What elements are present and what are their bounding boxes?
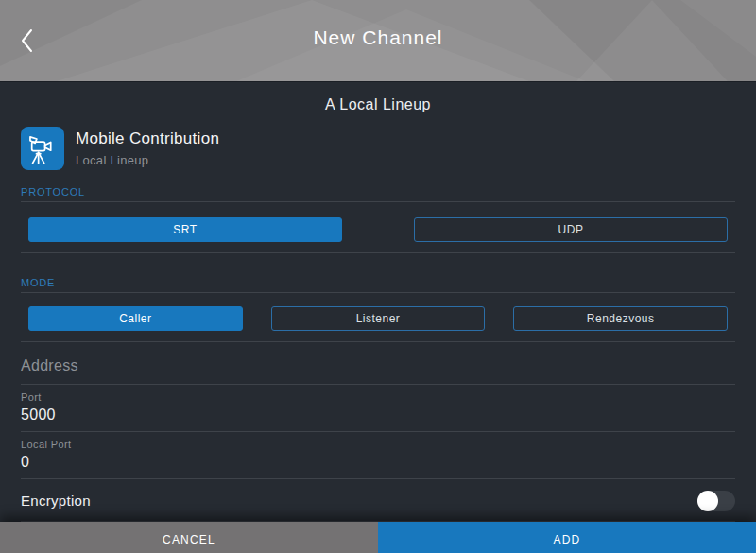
divider [21, 384, 735, 385]
protocol-option-srt[interactable]: SRT [28, 217, 342, 242]
divider [21, 292, 735, 293]
local-port-input[interactable] [21, 453, 735, 472]
port-label: Port [21, 391, 735, 403]
form-content: A Local Lineup Mobile Contribution [0, 81, 756, 522]
channel-type: Local Lineup [76, 153, 219, 167]
header: New Channel [0, 0, 756, 81]
protocol-section-label: PROTOCOL [21, 186, 735, 198]
toggle-knob [697, 491, 718, 511]
encryption-row: Encryption [21, 488, 735, 513]
protocol-option-udp[interactable]: UDP [414, 217, 728, 242]
mode-section-label: MODE [21, 277, 735, 288]
divider [21, 201, 735, 202]
divider [21, 252, 735, 253]
local-port-label: Local Port [21, 439, 735, 450]
mode-option-rendezvous[interactable]: Rendezvous [513, 306, 728, 331]
address-input[interactable] [21, 356, 735, 375]
divider [21, 341, 735, 342]
mode-options: Caller Listener Rendezvous [28, 306, 728, 331]
page-title: New Channel [0, 26, 756, 49]
cancel-button[interactable]: CANCEL [0, 522, 378, 553]
video-camera-tripod-icon [24, 130, 61, 167]
divider [21, 431, 735, 432]
mode-option-listener[interactable]: Listener [271, 306, 486, 331]
new-channel-screen: New Channel A Local Lineup [0, 0, 756, 553]
channel-summary: Mobile Contribution Local Lineup [21, 127, 735, 170]
footer-actions: CANCEL ADD [0, 522, 756, 553]
port-input[interactable] [21, 406, 735, 424]
encryption-label: Encryption [21, 493, 91, 509]
address-field-row [21, 356, 735, 375]
divider [21, 478, 735, 479]
port-field-row: Port [21, 391, 735, 424]
channel-name: Mobile Contribution [76, 130, 219, 148]
add-button[interactable]: ADD [378, 522, 756, 553]
channel-info: Mobile Contribution Local Lineup [76, 130, 219, 167]
protocol-options: SRT UDP [28, 217, 728, 242]
local-port-field-row: Local Port [21, 439, 735, 472]
lineup-title: A Local Lineup [0, 82, 756, 113]
mode-option-caller[interactable]: Caller [28, 306, 243, 331]
channel-icon [21, 127, 64, 170]
encryption-toggle[interactable] [697, 491, 735, 511]
